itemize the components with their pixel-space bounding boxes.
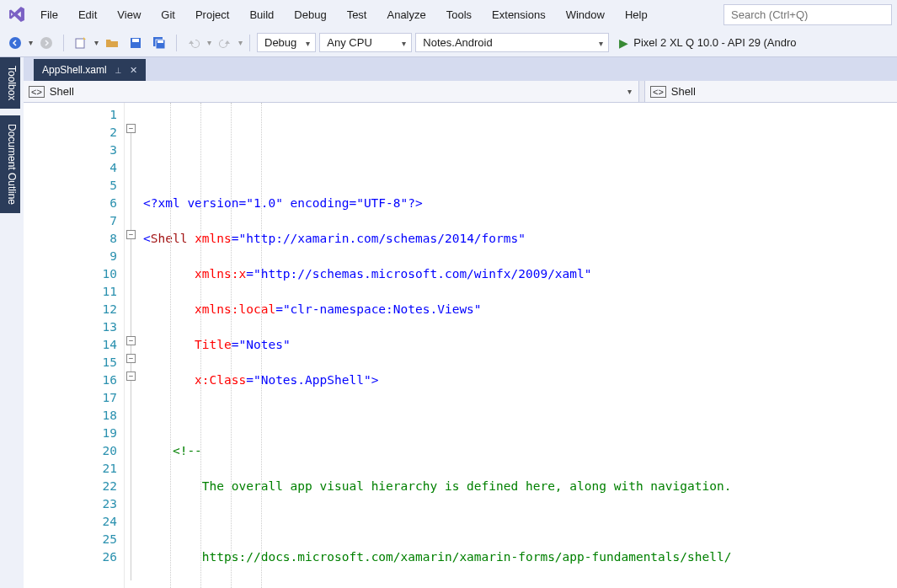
- line-number: 20: [24, 442, 117, 460]
- save-all-button[interactable]: [149, 33, 169, 53]
- open-button[interactable]: [102, 33, 122, 53]
- line-number: 12: [24, 301, 117, 318]
- menu-project[interactable]: Project: [185, 3, 239, 26]
- vs-logo-icon: [5, 3, 29, 26]
- document-tab[interactable]: AppShell.xaml ⟂ ✕: [34, 59, 146, 81]
- close-icon[interactable]: ✕: [130, 65, 137, 76]
- menu-analyze[interactable]: Analyze: [376, 3, 435, 26]
- svg-rect-7: [158, 40, 163, 43]
- line-number: 18: [24, 407, 117, 425]
- line-number: 25: [24, 531, 117, 548]
- line-number: 9: [24, 248, 117, 265]
- undo-button[interactable]: [184, 33, 204, 53]
- document-outline-side-tab[interactable]: Document Outline: [0, 115, 20, 213]
- svg-rect-2: [76, 39, 84, 48]
- menu-test[interactable]: Test: [337, 3, 377, 26]
- menu-build[interactable]: Build: [239, 3, 284, 26]
- nav-forward-button[interactable]: [36, 33, 56, 53]
- toolbox-side-tab[interactable]: Toolbox: [0, 57, 20, 109]
- line-number: 14: [24, 336, 117, 354]
- line-number: 23: [24, 495, 117, 513]
- svg-rect-4: [132, 39, 139, 42]
- line-number: 15: [24, 354, 117, 372]
- line-number: 3: [24, 142, 117, 159]
- menu-bar: FileEditViewGitProjectBuildDebugTestAnal…: [0, 0, 897, 29]
- line-number: 8: [24, 230, 117, 248]
- config-dropdown[interactable]: Debug▾: [257, 33, 316, 52]
- document-tabstrip: AppShell.xaml ⟂ ✕: [24, 57, 897, 81]
- menu-debug[interactable]: Debug: [284, 3, 336, 26]
- line-number: 7: [24, 212, 117, 230]
- chevron-down-icon: ▾: [627, 87, 632, 96]
- line-number: 13: [24, 318, 117, 336]
- menu-file[interactable]: File: [30, 3, 68, 26]
- line-number: 24: [24, 513, 117, 531]
- startup-dropdown[interactable]: Notes.Android▾: [415, 33, 609, 52]
- code-editor[interactable]: 1234567891011121314151617181920212223242…: [24, 103, 897, 588]
- line-number: 17: [24, 389, 117, 407]
- menu-window[interactable]: Window: [556, 3, 615, 26]
- platform-dropdown[interactable]: Any CPU▾: [319, 33, 412, 52]
- line-number: 21: [24, 460, 117, 478]
- main-toolbar: ▾ ▾ ▾ ▾ Debug▾ Any CPU▾ Notes.Android▾ ▶…: [0, 29, 897, 57]
- new-item-button[interactable]: [71, 33, 91, 53]
- line-number: 10: [24, 265, 117, 283]
- svg-point-0: [9, 37, 21, 49]
- line-number: 6: [24, 195, 117, 212]
- line-number: 26: [24, 548, 117, 566]
- svg-point-1: [40, 37, 52, 49]
- nav-back-button[interactable]: [5, 33, 25, 53]
- menu-edit[interactable]: Edit: [68, 3, 107, 26]
- outline-margin[interactable]: − − − − −: [125, 103, 140, 588]
- debug-target-button[interactable]: ▶ Pixel 2 XL Q 10.0 - API 29 (Andro: [612, 34, 803, 52]
- line-number: 1: [24, 106, 117, 124]
- line-number: 11: [24, 283, 117, 301]
- redo-button[interactable]: [215, 33, 235, 53]
- element-icon: <>: [29, 86, 45, 98]
- play-icon: ▶: [619, 36, 628, 50]
- element-icon: <>: [650, 86, 666, 98]
- nav-scope-left[interactable]: <> Shell ▾: [24, 81, 639, 102]
- save-button[interactable]: [125, 33, 146, 53]
- line-number-gutter: 1234567891011121314151617181920212223242…: [24, 103, 125, 588]
- line-number: 5: [24, 177, 117, 195]
- line-number: 4: [24, 159, 117, 177]
- search-input[interactable]: [723, 4, 892, 25]
- code-content[interactable]: <?xml version="1.0" encoding="UTF-8"?> <…: [140, 103, 897, 588]
- nav-scope-right[interactable]: <> Shell: [644, 81, 897, 102]
- pin-icon[interactable]: ⟂: [115, 65, 121, 75]
- line-number: 22: [24, 478, 117, 495]
- menu-extensions[interactable]: Extensions: [482, 3, 556, 26]
- line-number: 16: [24, 372, 117, 389]
- menu-git[interactable]: Git: [151, 3, 185, 26]
- line-number: 2: [24, 124, 117, 142]
- menu-tools[interactable]: Tools: [436, 3, 482, 26]
- menu-view[interactable]: View: [107, 3, 151, 26]
- menu-help[interactable]: Help: [615, 3, 658, 26]
- line-number: 19: [24, 425, 117, 442]
